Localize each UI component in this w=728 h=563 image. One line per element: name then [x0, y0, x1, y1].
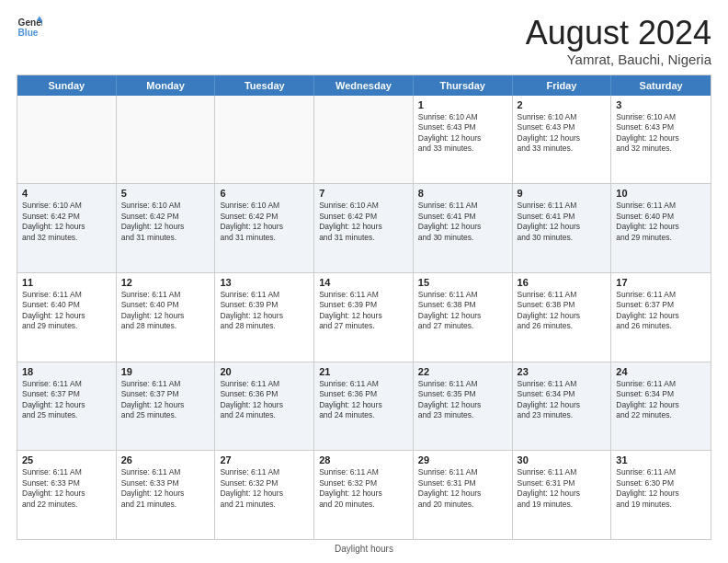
calendar-cell-6: 6Sunrise: 6:10 AM Sunset: 6:42 PM Daylig…: [215, 184, 314, 272]
day-header-friday: Friday: [513, 75, 612, 96]
day-number: 4: [22, 188, 111, 199]
cell-info: Sunrise: 6:10 AM Sunset: 6:42 PM Dayligh…: [121, 201, 210, 243]
cell-info: Sunrise: 6:11 AM Sunset: 6:37 PM Dayligh…: [121, 379, 210, 421]
calendar-cell-17: 17Sunrise: 6:11 AM Sunset: 6:37 PM Dayli…: [611, 273, 711, 362]
cell-info: Sunrise: 6:11 AM Sunset: 6:39 PM Dayligh…: [319, 290, 408, 332]
calendar-cell-19: 19Sunrise: 6:11 AM Sunset: 6:37 PM Dayli…: [117, 362, 216, 451]
calendar-cell-empty: [117, 96, 216, 184]
day-number: 31: [616, 454, 706, 465]
cell-info: Sunrise: 6:10 AM Sunset: 6:42 PM Dayligh…: [220, 201, 309, 243]
cell-info: Sunrise: 6:11 AM Sunset: 6:41 PM Dayligh…: [518, 201, 607, 243]
cell-info: Sunrise: 6:10 AM Sunset: 6:43 PM Dayligh…: [418, 112, 507, 155]
calendar-cell-9: 9Sunrise: 6:11 AM Sunset: 6:41 PM Daylig…: [513, 184, 612, 272]
calendar-cell-empty: [215, 96, 314, 184]
day-number: 13: [220, 277, 309, 288]
svg-text:Blue: Blue: [18, 28, 39, 38]
cell-info: Sunrise: 6:11 AM Sunset: 6:40 PM Dayligh…: [22, 290, 111, 332]
calendar-cell-1: 1Sunrise: 6:10 AM Sunset: 6:43 PM Daylig…: [414, 96, 513, 184]
day-number: 15: [418, 277, 507, 288]
calendar: SundayMondayTuesdayWednesdayThursdayFrid…: [17, 75, 711, 540]
calendar-cell-5: 5Sunrise: 6:10 AM Sunset: 6:42 PM Daylig…: [117, 184, 216, 272]
cell-info: Sunrise: 6:11 AM Sunset: 6:37 PM Dayligh…: [616, 290, 706, 332]
day-header-thursday: Thursday: [414, 75, 513, 96]
cell-info: Sunrise: 6:11 AM Sunset: 6:40 PM Dayligh…: [616, 201, 706, 243]
day-number: 9: [518, 188, 607, 199]
day-number: 18: [22, 366, 111, 377]
cell-info: Sunrise: 6:10 AM Sunset: 6:43 PM Dayligh…: [518, 112, 607, 155]
calendar-cell-27: 27Sunrise: 6:11 AM Sunset: 6:32 PM Dayli…: [215, 451, 314, 539]
calendar-cell-12: 12Sunrise: 6:11 AM Sunset: 6:40 PM Dayli…: [117, 273, 216, 362]
day-number: 24: [616, 366, 706, 377]
day-header-sunday: Sunday: [17, 75, 117, 96]
day-number: 21: [319, 366, 408, 377]
day-header-saturday: Saturday: [611, 75, 711, 96]
calendar-row-4: 18Sunrise: 6:11 AM Sunset: 6:37 PM Dayli…: [17, 362, 711, 452]
cell-info: Sunrise: 6:11 AM Sunset: 6:31 PM Dayligh…: [418, 467, 507, 510]
calendar-cell-21: 21Sunrise: 6:11 AM Sunset: 6:36 PM Dayli…: [314, 362, 414, 451]
day-number: 7: [319, 188, 408, 199]
calendar-cell-31: 31Sunrise: 6:11 AM Sunset: 6:30 PM Dayli…: [611, 451, 711, 539]
cell-info: Sunrise: 6:11 AM Sunset: 6:38 PM Dayligh…: [518, 290, 607, 332]
cell-info: Sunrise: 6:11 AM Sunset: 6:33 PM Dayligh…: [121, 467, 210, 510]
calendar-body: 1Sunrise: 6:10 AM Sunset: 6:43 PM Daylig…: [17, 96, 711, 539]
day-header-wednesday: Wednesday: [314, 75, 414, 96]
day-number: 30: [518, 454, 607, 465]
day-number: 19: [121, 366, 210, 377]
subtitle: Yamrat, Bauchi, Nigeria: [526, 52, 711, 67]
calendar-row-1: 1Sunrise: 6:10 AM Sunset: 6:43 PM Daylig…: [17, 96, 711, 185]
calendar-header: SundayMondayTuesdayWednesdayThursdayFrid…: [17, 75, 711, 96]
day-number: 14: [319, 277, 408, 288]
calendar-cell-11: 11Sunrise: 6:11 AM Sunset: 6:40 PM Dayli…: [17, 273, 117, 362]
day-number: 2: [518, 99, 607, 110]
cell-info: Sunrise: 6:11 AM Sunset: 6:40 PM Dayligh…: [121, 290, 210, 332]
day-number: 5: [121, 188, 210, 199]
calendar-cell-29: 29Sunrise: 6:11 AM Sunset: 6:31 PM Dayli…: [414, 451, 513, 539]
cell-info: Sunrise: 6:11 AM Sunset: 6:30 PM Dayligh…: [616, 467, 706, 510]
day-number: 26: [121, 454, 210, 465]
calendar-row-2: 4Sunrise: 6:10 AM Sunset: 6:42 PM Daylig…: [17, 184, 711, 273]
calendar-cell-empty: [314, 96, 414, 184]
calendar-cell-7: 7Sunrise: 6:10 AM Sunset: 6:42 PM Daylig…: [314, 184, 414, 272]
calendar-cell-3: 3Sunrise: 6:10 AM Sunset: 6:43 PM Daylig…: [611, 96, 711, 184]
calendar-cell-10: 10Sunrise: 6:11 AM Sunset: 6:40 PM Dayli…: [611, 184, 711, 272]
calendar-cell-18: 18Sunrise: 6:11 AM Sunset: 6:37 PM Dayli…: [17, 362, 117, 451]
calendar-cell-30: 30Sunrise: 6:11 AM Sunset: 6:31 PM Dayli…: [513, 451, 612, 539]
cell-info: Sunrise: 6:11 AM Sunset: 6:32 PM Dayligh…: [319, 467, 408, 510]
day-number: 12: [121, 277, 210, 288]
calendar-cell-4: 4Sunrise: 6:10 AM Sunset: 6:42 PM Daylig…: [17, 184, 117, 272]
day-number: 22: [418, 366, 507, 377]
day-number: 25: [22, 454, 111, 465]
day-number: 20: [220, 366, 309, 377]
calendar-cell-24: 24Sunrise: 6:11 AM Sunset: 6:34 PM Dayli…: [611, 362, 711, 451]
calendar-cell-15: 15Sunrise: 6:11 AM Sunset: 6:38 PM Dayli…: [414, 273, 513, 362]
cell-info: Sunrise: 6:10 AM Sunset: 6:43 PM Dayligh…: [616, 112, 706, 155]
day-number: 27: [220, 454, 309, 465]
calendar-cell-13: 13Sunrise: 6:11 AM Sunset: 6:39 PM Dayli…: [215, 273, 314, 362]
cell-info: Sunrise: 6:11 AM Sunset: 6:35 PM Dayligh…: [418, 379, 507, 421]
day-number: 10: [616, 188, 706, 199]
cell-info: Sunrise: 6:11 AM Sunset: 6:41 PM Dayligh…: [418, 201, 507, 243]
day-number: 8: [418, 188, 507, 199]
calendar-row-5: 25Sunrise: 6:11 AM Sunset: 6:33 PM Dayli…: [17, 451, 711, 539]
calendar-cell-23: 23Sunrise: 6:11 AM Sunset: 6:34 PM Dayli…: [513, 362, 612, 451]
logo-icon: General Blue: [17, 15, 42, 40]
day-header-monday: Monday: [117, 75, 216, 96]
cell-info: Sunrise: 6:11 AM Sunset: 6:32 PM Dayligh…: [220, 467, 309, 510]
main-title: August 2024: [526, 15, 711, 52]
cell-info: Sunrise: 6:11 AM Sunset: 6:34 PM Dayligh…: [518, 379, 607, 421]
page: General Blue August 2024 Yamrat, Bauchi,…: [0, 0, 728, 563]
day-number: 3: [616, 99, 706, 110]
cell-info: Sunrise: 6:11 AM Sunset: 6:36 PM Dayligh…: [220, 379, 309, 421]
cell-info: Sunrise: 6:11 AM Sunset: 6:39 PM Dayligh…: [220, 290, 309, 332]
calendar-row-3: 11Sunrise: 6:11 AM Sunset: 6:40 PM Dayli…: [17, 273, 711, 362]
footer-note: Daylight hours: [17, 544, 711, 554]
day-number: 23: [518, 366, 607, 377]
day-header-tuesday: Tuesday: [215, 75, 314, 96]
day-number: 16: [518, 277, 607, 288]
calendar-cell-14: 14Sunrise: 6:11 AM Sunset: 6:39 PM Dayli…: [314, 273, 414, 362]
day-number: 11: [22, 277, 111, 288]
cell-info: Sunrise: 6:10 AM Sunset: 6:42 PM Dayligh…: [319, 201, 408, 243]
cell-info: Sunrise: 6:11 AM Sunset: 6:33 PM Dayligh…: [22, 467, 111, 510]
day-number: 1: [418, 99, 507, 110]
day-number: 28: [319, 454, 408, 465]
